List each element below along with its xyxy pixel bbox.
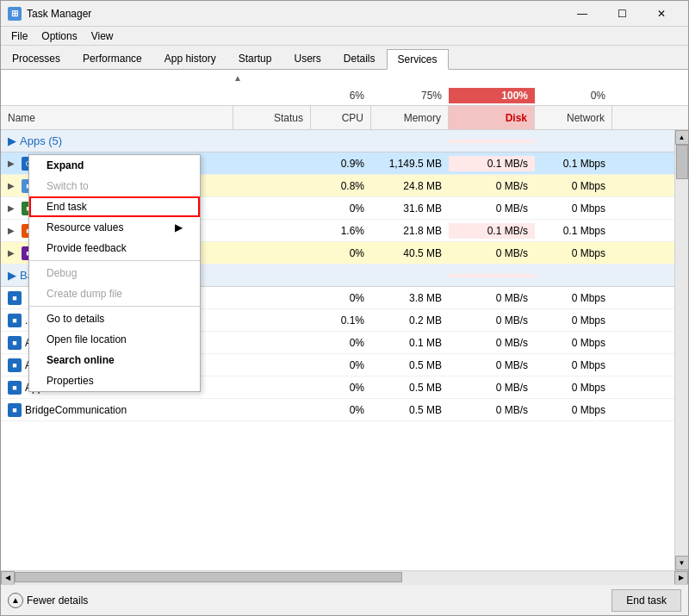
status-pct-cell bbox=[233, 94, 311, 97]
row2-network: 0 Mbps bbox=[535, 178, 612, 194]
tab-startup[interactable]: Startup bbox=[227, 48, 283, 69]
row2-status bbox=[233, 184, 311, 188]
apps-network bbox=[535, 140, 612, 143]
ctx-separator-2 bbox=[29, 306, 200, 307]
sort-indicator-row: ▲ bbox=[1, 70, 688, 85]
memory-pct-cell: 75% bbox=[371, 88, 449, 103]
row5-disk: 0 MB/s bbox=[449, 246, 535, 261]
ctx-resource-values[interactable]: Resource values ▶ bbox=[29, 217, 200, 238]
row1-expand-icon: ▶ bbox=[8, 159, 18, 168]
menu-options[interactable]: Options bbox=[34, 28, 84, 44]
ctx-debug: Debug bbox=[29, 263, 200, 283]
tab-performance[interactable]: Performance bbox=[71, 48, 153, 69]
scroll-right-button[interactable]: ▶ bbox=[674, 571, 688, 585]
row4-network: 0.1 Mbps bbox=[535, 223, 612, 239]
window-controls: — ☐ ✕ bbox=[562, 1, 681, 27]
ctx-expand[interactable]: Expand bbox=[29, 155, 200, 176]
title-bar: ⊞ Task Manager — ☐ ✕ bbox=[1, 1, 688, 27]
close-button[interactable]: ✕ bbox=[642, 1, 681, 27]
column-headers-wrapper: ▲ 6% 75% 100% 0% Name Status CPU Memory … bbox=[1, 70, 688, 130]
row3-expand-icon: ▶ bbox=[8, 203, 18, 213]
apps-status bbox=[233, 140, 311, 143]
window-title: Task Manager bbox=[27, 8, 562, 20]
bg-row5-icon: ■ bbox=[8, 381, 22, 395]
content-area: ▶ Apps (5) ▶ C C 0.9% 1,149.5 MB bbox=[1, 130, 688, 570]
scroll-left-button[interactable]: ◀ bbox=[1, 571, 15, 585]
menu-view[interactable]: View bbox=[84, 28, 121, 44]
col-cpu[interactable]: CPU bbox=[311, 106, 371, 129]
row1-cpu: 0.9% bbox=[311, 156, 371, 171]
row3-network: 0 Mbps bbox=[535, 201, 612, 216]
menu-bar: File Options View bbox=[1, 27, 688, 46]
ctx-create-dump: Create dump file bbox=[29, 283, 200, 304]
bg-row2-icon: ■ bbox=[8, 314, 22, 327]
fewer-details-icon: ▲ bbox=[8, 593, 23, 608]
row2-memory: 24.8 MB bbox=[371, 178, 449, 194]
row4-cpu: 1.6% bbox=[311, 223, 371, 239]
scroll-track[interactable] bbox=[675, 145, 689, 556]
tab-app-history[interactable]: App history bbox=[153, 48, 227, 69]
scroll-down-button[interactable]: ▼ bbox=[675, 556, 689, 570]
row4-disk: 0.1 MB/s bbox=[449, 223, 535, 239]
column-headers: Name Status CPU Memory Disk Network bbox=[1, 106, 688, 130]
h-scroll-track[interactable] bbox=[15, 571, 674, 585]
tab-users[interactable]: Users bbox=[282, 48, 332, 69]
col-status[interactable]: Status bbox=[233, 106, 311, 129]
ctx-go-to-details[interactable]: Go to details bbox=[29, 308, 200, 329]
tab-processes[interactable]: Processes bbox=[1, 48, 71, 69]
row4-memory: 21.8 MB bbox=[371, 223, 449, 239]
ctx-separator-1 bbox=[29, 260, 200, 261]
minimize-button[interactable]: — bbox=[562, 1, 602, 27]
maximize-button[interactable]: ☐ bbox=[602, 1, 642, 27]
h-scroll-thumb[interactable] bbox=[15, 572, 402, 582]
context-menu: Expand Switch to End task Resource value… bbox=[28, 154, 201, 392]
row1-status bbox=[233, 162, 311, 165]
row4-expand-icon: ▶ bbox=[8, 226, 18, 235]
row3-cpu: 0% bbox=[311, 201, 371, 216]
scroll-up-button[interactable]: ▲ bbox=[675, 130, 689, 145]
table-row[interactable]: ■ BridgeCommunication 0% 0.5 MB 0 MB/s 0… bbox=[1, 399, 674, 421]
ctx-switch-to: Switch to bbox=[29, 176, 200, 196]
row5-cpu: 0% bbox=[311, 246, 371, 261]
row1-disk: 0.1 MB/s bbox=[449, 156, 535, 171]
horizontal-scrollbar: ◀ ▶ bbox=[1, 570, 688, 584]
apps-cpu bbox=[311, 140, 371, 143]
apps-group-name: ▶ Apps (5) bbox=[1, 131, 233, 151]
bg-row6-icon: ■ bbox=[8, 403, 22, 417]
scroll-thumb[interactable] bbox=[676, 145, 688, 179]
col-network[interactable]: Network bbox=[535, 106, 612, 129]
fewer-details-button[interactable]: ▲ Fewer details bbox=[8, 593, 88, 608]
col-name[interactable]: Name bbox=[1, 106, 233, 129]
tab-bar: Processes Performance App history Startu… bbox=[1, 46, 688, 70]
cpu-pct-cell: 6% bbox=[311, 88, 371, 103]
apps-memory bbox=[371, 140, 449, 143]
row5-network: 0 Mbps bbox=[535, 246, 612, 261]
name-pct-cell bbox=[1, 94, 233, 97]
expand-arrow-icon: ▶ bbox=[8, 134, 16, 147]
ctx-open-file-location[interactable]: Open file location bbox=[29, 329, 200, 350]
apps-group-header[interactable]: ▶ Apps (5) bbox=[1, 130, 674, 152]
app-icon: ⊞ bbox=[8, 7, 22, 21]
percentage-row: 6% 75% 100% 0% bbox=[1, 85, 688, 106]
bg-row3-icon: ■ bbox=[8, 336, 22, 350]
network-pct-cell: 0% bbox=[535, 88, 612, 103]
end-task-button[interactable]: End task bbox=[611, 589, 681, 612]
ctx-properties[interactable]: Properties bbox=[29, 370, 200, 391]
ctx-end-task[interactable]: End task bbox=[29, 196, 200, 217]
task-manager-window: ⊞ Task Manager — ☐ ✕ File Options View P… bbox=[0, 0, 689, 616]
disk-pct-cell: 100% bbox=[449, 88, 535, 103]
col-memory[interactable]: Memory bbox=[371, 106, 449, 129]
row2-disk: 0 MB/s bbox=[449, 178, 535, 194]
row3-status bbox=[233, 207, 311, 210]
sort-arrow-icon: ▲ bbox=[233, 73, 242, 83]
ctx-provide-feedback[interactable]: Provide feedback bbox=[29, 238, 200, 258]
bg-row6-name: ■ BridgeCommunication bbox=[1, 401, 233, 419]
ctx-search-online[interactable]: Search online bbox=[29, 350, 200, 370]
bg-expand-icon: ▶ bbox=[8, 269, 16, 282]
menu-file[interactable]: File bbox=[4, 28, 34, 44]
row1-memory: 1,149.5 MB bbox=[371, 156, 449, 171]
col-disk[interactable]: Disk bbox=[449, 106, 535, 129]
tab-services[interactable]: Services bbox=[387, 49, 449, 70]
tab-details[interactable]: Details bbox=[332, 48, 387, 69]
row5-status bbox=[233, 252, 311, 255]
